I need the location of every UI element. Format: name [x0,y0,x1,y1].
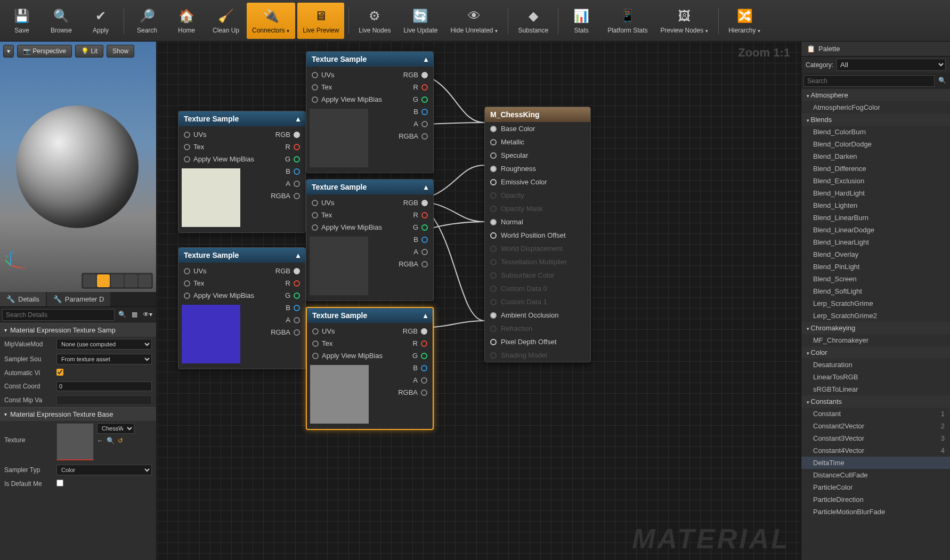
master-pin-normal[interactable]: Normal [485,215,590,229]
output-pin-a[interactable]: A [393,374,433,386]
eye-icon[interactable]: 👁▾ [141,309,154,321]
input-pin-apply-view-mipbias[interactable]: Apply View MipBias [306,221,393,233]
palette-item[interactable]: Lerp_ScratchGrime2 [801,310,950,322]
output-pin-r[interactable]: R [393,337,433,350]
texture-sample-node[interactable]: Texture Sample▴ UVsTexApply View MipBias… [306,307,434,430]
texture-sample-node[interactable]: Texture Sample▴ UVsTexApply View MipBias… [178,111,306,233]
palette-item[interactable]: MF_Chromakeyer [801,334,950,346]
collapse-icon[interactable]: ▴ [424,55,428,63]
input-pin-tex[interactable]: Tex [306,81,393,93]
palette-item[interactable]: DeltaTime [801,457,950,469]
palette-item[interactable]: Blend_PinLight [801,261,950,273]
output-pin-a[interactable]: A [393,246,433,258]
hierarchy-button[interactable]: 🔀Hierarchy▼ [723,3,766,39]
output-pin-a[interactable]: A [265,177,305,190]
output-pin-g[interactable]: G [265,153,305,165]
output-pin-r[interactable]: R [265,277,305,289]
palette-item[interactable]: sRGBToLinear [801,383,950,395]
search-details-input[interactable] [2,309,115,321]
hide-unrelated-button[interactable]: 👁Hide Unrelated▼ [445,3,504,39]
output-pin-rgb[interactable]: RGB [393,197,433,209]
input-pin-uvs[interactable]: UVs [178,265,265,277]
input-pin-tex[interactable]: Tex [307,337,393,350]
palette-item[interactable]: LinearTosRGB [801,371,950,383]
texture-sample-node[interactable]: Texture Sample▴ UVsTexApply View MipBias… [178,247,306,369]
shape-cylinder[interactable] [83,274,96,287]
output-pin-rgb[interactable]: RGB [265,128,305,141]
reset-icon[interactable]: ↺ [118,437,123,444]
stats-button[interactable]: 📊Stats [563,3,600,39]
constcoord-input[interactable] [56,382,152,391]
output-pin-b[interactable]: B [265,302,305,314]
master-pin-metallic[interactable]: Metallic [485,135,590,149]
palette-item[interactable]: Blend_Lighten [801,199,950,212]
palette-item[interactable]: ParticleDirection [801,493,950,506]
shape-sphere[interactable] [97,274,110,287]
palette-group-blends[interactable]: Blends [801,113,950,126]
palette-group-chromakeying[interactable]: Chromakeying [801,322,950,334]
clean-up-button[interactable]: 🧹Clean Up [207,3,245,39]
palette-item[interactable]: Lerp_ScratchGrime [801,297,950,310]
input-pin-tex[interactable]: Tex [178,277,265,289]
mipvaluemode-select[interactable]: None (use computed [56,339,152,350]
save-button[interactable]: 💾Save [3,3,40,39]
shape-plane[interactable] [111,274,124,287]
apply-button[interactable]: ✔Apply [82,3,119,39]
search-icon[interactable]: 🔍 [937,75,948,87]
home-button[interactable]: 🏠Home [168,3,205,39]
material-graph[interactable]: Zoom 1:1 MATERIAL Texture Sample▴ UVsTex… [157,42,801,560]
palette-group-constants[interactable]: Constants [801,395,950,408]
output-pin-rgb[interactable]: RGB [393,69,433,81]
section-texture-sample[interactable]: Material Expression Texture Samp [0,323,156,337]
input-pin-uvs[interactable]: UVs [306,197,393,209]
search-button[interactable]: 🔎Search [128,3,166,39]
input-pin-uvs[interactable]: UVs [178,128,265,141]
master-pin-ambient-occlusion[interactable]: Ambient Occlusion [485,309,590,322]
grid-icon[interactable]: ▦ [130,309,139,321]
autoview-checkbox[interactable] [56,369,63,376]
texture-sample-node[interactable]: Texture Sample▴ UVsTexApply View MipBias… [306,51,434,173]
palette-item[interactable]: AtmosphericFogColor [801,101,950,113]
master-pin-world-position-offset[interactable]: World Position Offset [485,229,590,242]
master-pin-roughness[interactable]: Roughness [485,162,590,175]
master-pin-specular[interactable]: Specular [485,149,590,162]
output-pin-a[interactable]: A [393,118,433,130]
browse-icon[interactable]: 🔍 [107,437,115,444]
lit-button[interactable]: 💡 Lit [75,45,103,58]
viewport-menu-button[interactable]: ▾ [3,45,14,58]
output-pin-rgba[interactable]: RGBA [265,190,305,202]
palette-item[interactable]: DistanceCullFade [801,469,950,481]
master-pin-base-color[interactable]: Base Color [485,122,590,135]
samplersource-select[interactable]: From texture asset [56,354,152,364]
isdefault-checkbox[interactable] [56,480,63,486]
palette-item[interactable]: Blend_LinearDodge [801,224,950,236]
output-pin-b[interactable]: B [265,165,305,177]
texture-asset-select[interactable]: ChessWi [97,423,134,434]
palette-item[interactable]: Blend_Darken [801,150,950,163]
preview-nodes-button[interactable]: 🖼Preview Nodes▼ [655,3,714,39]
palette-item[interactable]: Blend_ColorDodge [801,138,950,150]
output-pin-b[interactable]: B [393,233,433,246]
browse-button[interactable]: 🔍Browse [43,3,80,39]
show-button[interactable]: Show [107,45,134,58]
palette-group-atmosphere[interactable]: Atmosphere [801,89,950,101]
output-pin-g[interactable]: G [393,350,433,362]
palette-item[interactable]: Constant1 [801,408,950,420]
output-pin-r[interactable]: R [265,141,305,153]
output-pin-rgba[interactable]: RGBA [393,386,433,399]
connectors-button[interactable]: 🔌Connectors▼ [247,3,295,39]
category-select[interactable]: All [837,59,946,71]
palette-item[interactable]: Blend_LinearLight [801,236,950,248]
palette-item[interactable]: Constant4Vector4 [801,444,950,457]
palette-item[interactable]: ParticleColor [801,481,950,493]
output-pin-b[interactable]: B [393,362,433,374]
live-preview-button[interactable]: 🖥Live Preview [297,3,344,39]
output-pin-rgba[interactable]: RGBA [393,130,433,142]
output-pin-rgba[interactable]: RGBA [393,258,433,270]
input-pin-uvs[interactable]: UVs [306,69,393,81]
palette-group-color[interactable]: Color [801,346,950,359]
master-pin-emissive-color[interactable]: Emissive Color [485,175,590,189]
input-pin-tex[interactable]: Tex [178,141,265,153]
collapse-icon[interactable]: ▴ [424,183,428,191]
output-pin-b[interactable]: B [393,105,433,118]
